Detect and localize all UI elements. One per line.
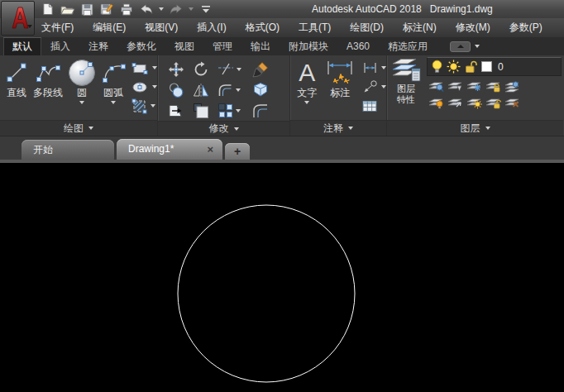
fillet-button[interactable]: [217, 79, 247, 100]
layer-make-current-icon[interactable]: [447, 79, 463, 93]
modify-tool-grid: [158, 55, 272, 121]
explode-button[interactable]: [252, 79, 272, 100]
drawn-circle[interactable]: [178, 205, 355, 382]
open-file-icon[interactable]: [60, 2, 74, 17]
linear-dimension-button[interactable]: [362, 60, 386, 75]
move-icon: [168, 61, 184, 78]
table-button[interactable]: [362, 98, 386, 113]
panel-layers: 图层特性 0: [386, 55, 563, 136]
file-tab-drawing1[interactable]: Drawing1* ×: [117, 139, 222, 160]
mirror-button[interactable]: [193, 79, 213, 100]
file-tab-start[interactable]: 开始: [22, 140, 114, 160]
menu-file[interactable]: 文件(F): [41, 21, 74, 35]
layer-previous-icon[interactable]: [447, 96, 463, 109]
application-menu-button[interactable]: [1, 1, 35, 36]
hatch-icon: [131, 98, 147, 114]
hatch-dropdown-icon[interactable]: [151, 104, 155, 108]
ribbon-collapse-button[interactable]: [450, 41, 471, 52]
menu-draw[interactable]: 绘图(D): [350, 21, 384, 35]
ribbon-collapse-dropdown-icon[interactable]: [475, 45, 480, 48]
hatch-button[interactable]: [131, 98, 157, 113]
layer-off-icon[interactable]: [428, 96, 444, 109]
text-button[interactable]: A 文字: [294, 57, 320, 120]
menu-parametric[interactable]: 参数(P): [509, 21, 542, 35]
redo-icon[interactable]: [169, 2, 184, 17]
circle-button[interactable]: 圆: [67, 57, 97, 120]
drawing-area[interactable]: [0, 163, 564, 392]
menu-tools[interactable]: 工具(T): [299, 21, 331, 35]
ribbon-tab-insert[interactable]: 插入: [41, 37, 79, 55]
save-as-icon[interactable]: [99, 2, 114, 17]
ribbon-tab-a360[interactable]: A360: [337, 37, 379, 55]
ribbon-tab-featured-apps[interactable]: 精选应用: [379, 37, 437, 55]
layer-isolate-icon[interactable]: [428, 79, 444, 93]
menu-modify[interactable]: 修改(M): [456, 21, 490, 35]
ribbon-tab-annotate[interactable]: 注释: [79, 37, 117, 55]
new-drawing-tab-button[interactable]: +: [225, 143, 250, 160]
multileader-icon: [362, 80, 378, 93]
ribbon-tab-home[interactable]: 默认: [3, 37, 41, 55]
panel-title-layers[interactable]: 图层: [387, 120, 563, 136]
layer-merge-icon[interactable]: [504, 96, 520, 109]
circle-icon: [67, 57, 97, 88]
layer-select-dropdown[interactable]: 0: [427, 57, 562, 76]
array-icon: [217, 103, 233, 118]
draw-small-tools: [131, 57, 157, 120]
line-button[interactable]: 直线: [4, 57, 29, 120]
panel-modify: 修改: [157, 55, 289, 136]
menu-edit[interactable]: 编辑(E): [93, 21, 126, 35]
ribbon-tab-output[interactable]: 输出: [241, 37, 280, 55]
customize-quick-access-icon[interactable]: [198, 2, 213, 17]
layer-freeze-icon[interactable]: [466, 79, 482, 93]
sun-icon: [447, 60, 461, 74]
array-button[interactable]: [217, 100, 247, 121]
scale-button[interactable]: [193, 100, 213, 121]
trim-dropdown-icon[interactable]: [237, 68, 241, 71]
array-dropdown-icon[interactable]: [236, 109, 241, 112]
model-space: [0, 163, 564, 392]
match-properties-button[interactable]: [252, 59, 272, 79]
undo-dropdown-icon[interactable]: [159, 7, 164, 11]
panel-title-draw[interactable]: 绘图: [0, 120, 157, 136]
layer-properties-button[interactable]: 图层特性: [390, 57, 423, 120]
arc-button[interactable]: 圆弧: [99, 57, 127, 120]
undo-icon[interactable]: [139, 2, 154, 17]
polyline-button[interactable]: 多段线: [31, 57, 65, 120]
trim-button[interactable]: [217, 59, 247, 79]
copy-icon: [168, 82, 184, 98]
rectangle-button[interactable]: [131, 60, 157, 75]
stretch-button[interactable]: [168, 100, 188, 121]
dimension-button[interactable]: 标注: [323, 57, 357, 120]
arc-dropdown-icon[interactable]: [111, 101, 116, 104]
ribbon-tab-manage[interactable]: 管理: [203, 37, 241, 55]
ellipse-button[interactable]: [131, 79, 157, 94]
circle-dropdown-icon[interactable]: [79, 101, 84, 104]
layer-lock-icon[interactable]: [485, 79, 501, 93]
ribbon-tab-parametric[interactable]: 参数化: [117, 37, 165, 55]
offset-button[interactable]: [252, 100, 272, 121]
panel-title-modify[interactable]: 修改: [158, 121, 289, 136]
fillet-dropdown-icon[interactable]: [236, 88, 241, 92]
close-tab-icon[interactable]: ×: [207, 139, 213, 160]
ribbon-tab-view[interactable]: 视图: [165, 37, 203, 55]
menu-dimension[interactable]: 标注(N): [403, 21, 437, 35]
menu-view[interactable]: 视图(V): [145, 21, 178, 35]
panel-draw: 直线 多段线 圆: [0, 55, 157, 136]
new-file-icon[interactable]: [40, 2, 55, 17]
menu-format[interactable]: 格式(O): [246, 21, 280, 35]
plot-icon[interactable]: [119, 2, 134, 17]
panel-layers-expand-icon: [485, 127, 490, 130]
panel-title-annotation[interactable]: 注释: [290, 120, 386, 136]
move-button[interactable]: [168, 59, 188, 79]
layer-thaw-icon[interactable]: [466, 96, 482, 109]
menu-insert[interactable]: 插入(I): [197, 21, 226, 35]
save-icon[interactable]: [79, 2, 94, 17]
rotate-button[interactable]: [193, 59, 213, 79]
layer-unlock-icon[interactable]: [485, 96, 501, 109]
copy-button[interactable]: [168, 79, 188, 100]
multileader-button[interactable]: [362, 79, 386, 94]
layer-match-icon[interactable]: [504, 79, 520, 93]
ribbon-tab-addins[interactable]: 附加模块: [280, 37, 337, 55]
text-dropdown-icon[interactable]: [304, 101, 309, 104]
redo-dropdown-icon[interactable]: [189, 7, 194, 11]
